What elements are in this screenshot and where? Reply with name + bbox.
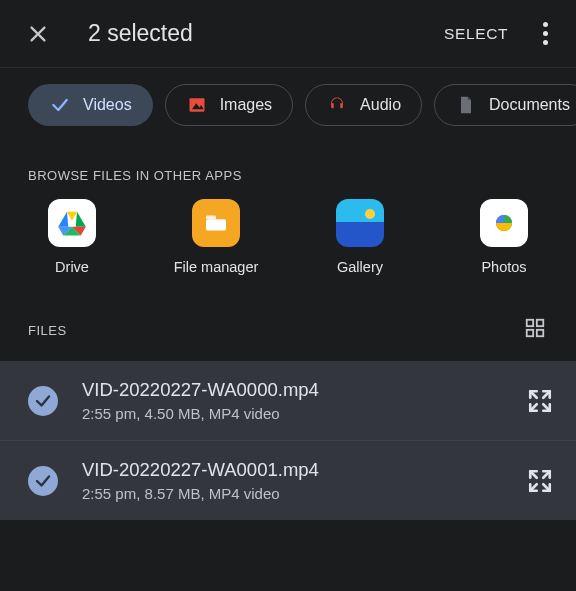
- close-icon: [27, 23, 49, 45]
- svg-rect-10: [206, 216, 216, 220]
- check-icon: [34, 392, 52, 410]
- file-meta: 2:55 pm, 8.57 MB, MP4 video: [82, 485, 500, 502]
- chip-label: Videos: [83, 96, 132, 114]
- gallery-icon: [336, 199, 384, 247]
- app-photos[interactable]: Photos: [432, 199, 576, 275]
- app-label: File manager: [174, 259, 259, 275]
- file-text: VID-20220227-WA0001.mp4 2:55 pm, 8.57 MB…: [82, 459, 500, 502]
- file-list: VID-20220227-WA0000.mp4 2:55 pm, 4.50 MB…: [0, 361, 576, 520]
- fullscreen-icon: [527, 388, 553, 414]
- chip-documents[interactable]: Documents: [434, 84, 576, 126]
- chip-label: Documents: [489, 96, 570, 114]
- selection-check[interactable]: [28, 386, 58, 416]
- check-icon: [49, 94, 71, 116]
- file-meta: 2:55 pm, 4.50 MB, MP4 video: [82, 405, 500, 422]
- file-row[interactable]: VID-20220227-WA0000.mp4 2:55 pm, 4.50 MB…: [0, 361, 576, 441]
- app-file-manager[interactable]: File manager: [144, 199, 288, 275]
- chip-label: Audio: [360, 96, 401, 114]
- document-icon: [455, 94, 477, 116]
- chip-label: Images: [220, 96, 272, 114]
- header: 2 selected SELECT: [0, 0, 576, 68]
- photos-icon: [480, 199, 528, 247]
- filter-chips: Videos Images Audio Documents: [0, 68, 576, 144]
- file-row[interactable]: VID-20220227-WA0001.mp4 2:55 pm, 8.57 MB…: [0, 441, 576, 520]
- apps-row: Drive File manager Gallery Photos: [0, 195, 576, 289]
- file-name: VID-20220227-WA0001.mp4: [82, 459, 500, 481]
- chip-images[interactable]: Images: [165, 84, 293, 126]
- svg-rect-13: [537, 320, 543, 326]
- file-name: VID-20220227-WA0000.mp4: [82, 379, 500, 401]
- drive-icon: [48, 199, 96, 247]
- svg-rect-12: [527, 320, 533, 326]
- image-icon: [186, 94, 208, 116]
- svg-rect-15: [537, 330, 543, 336]
- grid-view-button[interactable]: [524, 317, 546, 343]
- overflow-menu-button[interactable]: [532, 21, 558, 47]
- svg-marker-4: [76, 212, 86, 227]
- files-label: FILES: [28, 323, 67, 338]
- svg-marker-3: [67, 212, 77, 221]
- fullscreen-icon: [527, 468, 553, 494]
- close-button[interactable]: [24, 20, 52, 48]
- svg-rect-9: [206, 219, 226, 230]
- svg-point-11: [365, 209, 375, 219]
- app-drive[interactable]: Drive: [0, 199, 144, 275]
- svg-rect-14: [527, 330, 533, 336]
- grid-icon: [524, 317, 546, 339]
- page-title: 2 selected: [88, 20, 444, 47]
- check-icon: [34, 472, 52, 490]
- folder-icon: [192, 199, 240, 247]
- chip-videos[interactable]: Videos: [28, 84, 153, 126]
- app-label: Gallery: [337, 259, 383, 275]
- expand-button[interactable]: [524, 385, 556, 417]
- select-button[interactable]: SELECT: [444, 25, 508, 43]
- selection-check[interactable]: [28, 466, 58, 496]
- app-label: Photos: [481, 259, 526, 275]
- expand-button[interactable]: [524, 465, 556, 497]
- browse-apps-label: BROWSE FILES IN OTHER APPS: [0, 144, 576, 195]
- dot-icon: [543, 22, 548, 27]
- files-header: FILES: [0, 289, 576, 361]
- dot-icon: [543, 31, 548, 36]
- chip-audio[interactable]: Audio: [305, 84, 422, 126]
- dot-icon: [543, 40, 548, 45]
- audio-icon: [326, 94, 348, 116]
- svg-marker-5: [58, 212, 68, 227]
- file-text: VID-20220227-WA0000.mp4 2:55 pm, 4.50 MB…: [82, 379, 500, 422]
- app-gallery[interactable]: Gallery: [288, 199, 432, 275]
- app-label: Drive: [55, 259, 89, 275]
